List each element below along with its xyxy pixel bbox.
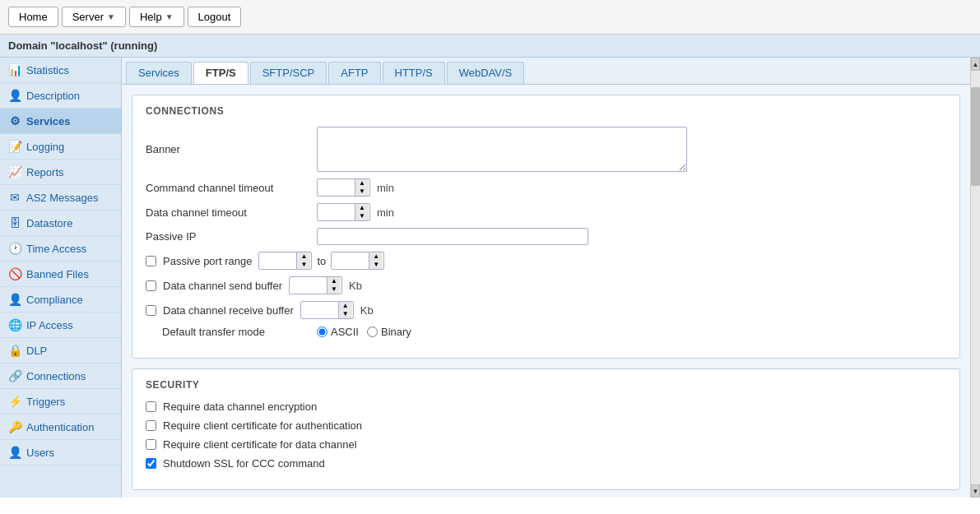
port-to-up[interactable]: ▲ bbox=[369, 252, 383, 261]
data-send-unit: Kb bbox=[349, 280, 362, 292]
data-timeout-spinner-btns: ▲ ▼ bbox=[355, 204, 369, 220]
require-client-cert-data-checkbox[interactable] bbox=[146, 439, 156, 450]
ascii-radio-option[interactable]: ASCII bbox=[317, 326, 359, 338]
sidebar-item-connections[interactable]: 🔗Connections bbox=[0, 364, 121, 389]
data-timeout-label: Data channel timeout bbox=[146, 206, 310, 219]
authentication-icon: 🔑 bbox=[8, 420, 21, 433]
passive-port-checkbox[interactable] bbox=[146, 256, 156, 266]
data-timeout-up[interactable]: ▲ bbox=[355, 204, 369, 212]
port-to-spinner: 20000 ▲ ▼ bbox=[331, 252, 384, 270]
sidebar-item-users[interactable]: 👤Users bbox=[0, 440, 121, 465]
data-send-spinner: 64 ▲ ▼ bbox=[289, 276, 342, 294]
data-receive-input[interactable]: 64 bbox=[301, 303, 338, 318]
require-client-cert-data-label: Require client certificate for data chan… bbox=[163, 438, 357, 451]
sidebar: 📊Statistics👤Description⚙Services📝Logging… bbox=[0, 58, 122, 498]
home-button[interactable]: Home bbox=[8, 7, 58, 27]
port-to-label: to bbox=[317, 255, 326, 267]
data-send-input[interactable]: 64 bbox=[290, 278, 327, 294]
statistics-icon: 📊 bbox=[8, 63, 21, 76]
data-send-down[interactable]: ▼ bbox=[327, 285, 341, 294]
data-send-label: Data channel send buffer bbox=[163, 280, 282, 292]
shutdown-ssl-label: Shutdown SSL for CCC command bbox=[163, 457, 325, 470]
require-client-cert-auth-checkbox[interactable] bbox=[146, 420, 156, 431]
sidebar-item-as2messages[interactable]: ✉AS2 Messages bbox=[0, 185, 121, 211]
port-to-input[interactable]: 20000 bbox=[332, 253, 369, 269]
data-send-up[interactable]: ▲ bbox=[327, 277, 341, 285]
tab-https[interactable]: HTTP/S bbox=[383, 62, 445, 84]
data-receive-down[interactable]: ▼ bbox=[339, 310, 352, 318]
require-data-channel-checkbox[interactable] bbox=[146, 401, 156, 412]
help-button[interactable]: Help ▼ bbox=[129, 7, 184, 27]
sidebar-label-reports: Reports bbox=[26, 166, 64, 178]
command-timeout-spinner-btns: ▲ ▼ bbox=[355, 179, 369, 196]
passive-ip-input[interactable] bbox=[317, 228, 588, 245]
sidebar-label-bannedfiles: Banned Files bbox=[26, 268, 89, 280]
tab-webdavs[interactable]: WebDAV/S bbox=[447, 62, 525, 84]
passive-port-label: Passive port range bbox=[163, 255, 252, 267]
scroll-up-arrow[interactable]: ▲ bbox=[971, 58, 980, 71]
command-timeout-up[interactable]: ▲ bbox=[355, 179, 369, 188]
logout-button[interactable]: Logout bbox=[188, 7, 242, 27]
data-receive-spinner-btns: ▲ ▼ bbox=[338, 302, 352, 318]
scroll-down-arrow[interactable]: ▼ bbox=[971, 484, 980, 498]
binary-radio-option[interactable]: Binary bbox=[367, 326, 411, 338]
data-receive-unit: Kb bbox=[360, 304, 374, 317]
shutdown-ssl-checkbox[interactable] bbox=[146, 458, 156, 469]
sidebar-item-services[interactable]: ⚙Services bbox=[0, 109, 121, 134]
sidebar-item-compliance[interactable]: 👤Compliance bbox=[0, 287, 121, 313]
sidebar-item-dlp[interactable]: 🔒DLP bbox=[0, 338, 121, 364]
sidebar-label-as2messages: AS2 Messages bbox=[26, 192, 98, 204]
security-title: SECURITY bbox=[146, 379, 946, 391]
sidebar-item-triggers[interactable]: ⚡Triggers bbox=[0, 389, 121, 414]
shutdown-ssl-row: Shutdown SSL for CCC command bbox=[146, 457, 946, 470]
help-label: Help bbox=[140, 11, 162, 23]
port-from-input[interactable]: 10000 bbox=[259, 253, 296, 269]
command-timeout-down[interactable]: ▼ bbox=[355, 188, 369, 196]
binary-radio[interactable] bbox=[367, 326, 378, 337]
server-button[interactable]: Server ▼ bbox=[62, 7, 126, 27]
passive-ip-label: Passive IP bbox=[146, 230, 310, 243]
tab-aftp[interactable]: AFTP bbox=[328, 62, 380, 84]
sidebar-item-description[interactable]: 👤Description bbox=[0, 83, 121, 109]
right-scrollbar[interactable]: ▲ ▼ bbox=[970, 58, 980, 498]
sidebar-item-ipaccess[interactable]: 🌐IP Access bbox=[0, 313, 121, 338]
command-timeout-input[interactable]: 5 bbox=[318, 180, 355, 196]
data-send-row: Data channel send buffer 64 ▲ ▼ Kb bbox=[146, 276, 946, 294]
require-client-cert-auth-row: Require client certificate for authentic… bbox=[146, 419, 946, 432]
data-send-checkbox[interactable] bbox=[146, 280, 156, 291]
ascii-label: ASCII bbox=[331, 326, 359, 338]
sidebar-item-timeaccess[interactable]: 🕐Time Access bbox=[0, 236, 121, 262]
port-from-up[interactable]: ▲ bbox=[297, 252, 310, 261]
connections-title: CONNECTIONS bbox=[146, 105, 946, 117]
port-from-spinner: 10000 ▲ ▼ bbox=[258, 252, 312, 270]
port-to-down[interactable]: ▼ bbox=[369, 261, 383, 269]
port-to-spinner-btns: ▲ ▼ bbox=[369, 252, 383, 269]
data-receive-checkbox[interactable] bbox=[146, 305, 156, 316]
sidebar-label-ipaccess: IP Access bbox=[26, 319, 73, 331]
reports-icon: 📈 bbox=[8, 165, 21, 178]
scroll-thumb[interactable] bbox=[971, 87, 980, 186]
sidebar-item-statistics[interactable]: 📊Statistics bbox=[0, 58, 121, 83]
sidebar-item-reports[interactable]: 📈Reports bbox=[0, 160, 121, 185]
sidebar-item-authentication[interactable]: 🔑Authentication bbox=[0, 414, 121, 440]
port-from-down[interactable]: ▼ bbox=[297, 261, 310, 269]
banner-label: Banner bbox=[146, 143, 310, 155]
data-timeout-input[interactable]: 1 bbox=[318, 205, 355, 220]
data-receive-up[interactable]: ▲ bbox=[339, 302, 352, 310]
sidebar-item-datastore[interactable]: 🗄Datastore bbox=[0, 211, 121, 236]
sidebar-item-logging[interactable]: 📝Logging bbox=[0, 134, 121, 160]
sidebar-label-triggers: Triggers bbox=[26, 396, 65, 408]
data-timeout-down[interactable]: ▼ bbox=[355, 212, 369, 220]
banner-row: Banner bbox=[146, 127, 946, 172]
tab-sftpscp[interactable]: SFTP/SCP bbox=[250, 62, 327, 84]
sidebar-item-bannedfiles[interactable]: 🚫Banned Files bbox=[0, 262, 121, 287]
timeaccess-icon: 🕐 bbox=[8, 242, 21, 255]
tab-ftps[interactable]: FTP/S bbox=[193, 62, 248, 84]
description-icon: 👤 bbox=[8, 89, 21, 102]
main-layout: 📊Statistics👤Description⚙Services📝Logging… bbox=[0, 58, 980, 498]
banner-input[interactable] bbox=[317, 127, 687, 172]
tab-services[interactable]: Services bbox=[126, 62, 192, 84]
ascii-radio[interactable] bbox=[317, 326, 327, 337]
transfer-mode-label: Default transfer mode bbox=[146, 326, 310, 338]
domain-header: Domain "localhost" (running) bbox=[0, 35, 980, 58]
